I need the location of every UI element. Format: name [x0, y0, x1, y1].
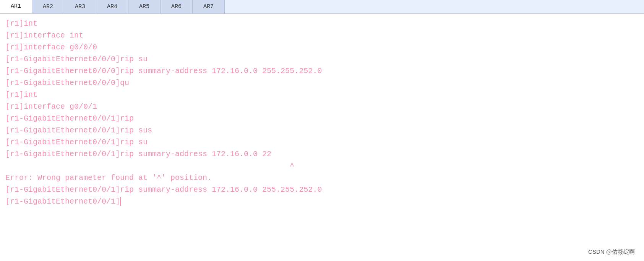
tab-ar7[interactable]: AR7 [193, 0, 225, 13]
tab-ar3[interactable]: AR3 [64, 0, 96, 13]
tab-ar4[interactable]: AR4 [96, 0, 128, 13]
terminal-line: [r1-GigabitEthernet0/0/1]rip [5, 113, 639, 124]
terminal-line: [r1-GigabitEthernet0/0/1]rip summary-add… [5, 148, 639, 160]
terminal-line: [r1]int [5, 18, 639, 29]
terminal-line: [r1-GigabitEthernet0/0/0]qu [5, 77, 639, 89]
tab-ar5[interactable]: AR5 [128, 0, 161, 13]
terminal-line: [r1-GigabitEthernet0/0/0]rip su [5, 53, 639, 65]
tab-bar: AR1AR2AR3AR4AR5AR6AR7 [0, 0, 644, 14]
terminal-line: [r1]interface int [5, 29, 639, 41]
terminal-line: [r1-GigabitEthernet0/0/0]rip summary-add… [5, 65, 639, 77]
tab-ar1[interactable]: AR1 [0, 0, 32, 13]
terminal-line: [r1-GigabitEthernet0/0/1]rip su [5, 136, 639, 148]
terminal-line: [r1-GigabitEthernet0/0/1] [5, 196, 639, 207]
terminal-line: [r1-GigabitEthernet0/0/1]rip summary-add… [5, 184, 639, 196]
tab-ar6[interactable]: AR6 [161, 0, 193, 13]
terminal-line: [r1-GigabitEthernet0/0/1]rip sus [5, 124, 639, 136]
terminal-line: [r1]interface g0/0/0 [5, 41, 639, 53]
terminal-line: [r1]interface g0/0/1 [5, 101, 639, 113]
terminal-output: [r1]int[r1]interface int[r1]interface g0… [0, 14, 644, 261]
terminal-line: ^ [5, 160, 639, 172]
terminal-line: [r1]int [5, 89, 639, 101]
terminal-line: Error: Wrong parameter found at '^' posi… [5, 172, 639, 184]
watermark: CSDN @佑筱绽啊 [586, 248, 637, 256]
tab-ar2[interactable]: AR2 [32, 0, 64, 13]
